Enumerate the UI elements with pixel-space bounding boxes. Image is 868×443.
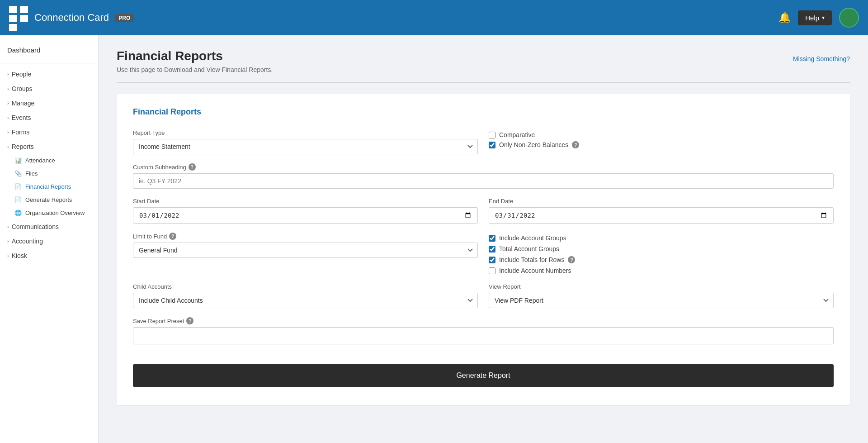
avatar[interactable]: [839, 8, 859, 28]
form-row-3: Start Date End Date: [133, 198, 834, 224]
sidebar: Dashboard › People › Groups › Manage › E…: [0, 35, 99, 443]
child-accounts-select[interactable]: Include Child Accounts Exclude Child Acc…: [133, 293, 478, 308]
include-account-groups-checkbox[interactable]: [489, 235, 495, 242]
custom-subheading-help-icon[interactable]: ?: [189, 163, 196, 171]
sidebar-kiosk-label: Kiosk: [12, 252, 27, 259]
attendance-icon: 📊: [14, 157, 22, 164]
include-totals-help-icon[interactable]: ?: [568, 256, 575, 263]
sidebar-manage-label: Manage: [12, 100, 35, 107]
include-account-groups-text: Include Account Groups: [499, 234, 566, 242]
help-button[interactable]: Help: [798, 10, 832, 25]
generate-report-button[interactable]: Generate Report: [133, 364, 834, 387]
start-date-input[interactable]: [133, 207, 478, 224]
total-account-groups-checkbox[interactable]: [489, 246, 495, 252]
sidebar-item-forms[interactable]: › Forms: [0, 125, 98, 139]
view-report-select[interactable]: View PDF Report View Excel Report Downlo…: [489, 293, 834, 308]
chevron-right-icon: ›: [7, 71, 9, 77]
sidebar-subitem-financial-reports[interactable]: 📄 Financial Reports: [0, 180, 98, 193]
bell-icon[interactable]: 🔔: [778, 12, 791, 24]
comparative-checkbox-label[interactable]: Comparative: [489, 131, 834, 138]
include-account-numbers-text: Include Account Numbers: [499, 267, 571, 274]
chevron-right-icon: ›: [7, 129, 9, 135]
form-row-5: Child Accounts Include Child Accounts Ex…: [133, 283, 834, 308]
sidebar-subitem-generate-reports[interactable]: 📄 Generate Reports: [0, 193, 98, 206]
include-account-numbers-checkbox[interactable]: [489, 267, 495, 274]
include-account-groups-label[interactable]: Include Account Groups: [489, 234, 834, 242]
top-checkboxes: Comparative Only Non-Zero Balances ?: [489, 129, 834, 154]
app-title: Connection Card PRO: [34, 12, 133, 24]
include-account-numbers-label[interactable]: Include Account Numbers: [489, 267, 834, 274]
sidebar-item-communications[interactable]: › Communications: [0, 219, 98, 234]
sidebar-item-manage[interactable]: › Manage: [0, 96, 98, 110]
missing-something-link[interactable]: Missing Something?: [793, 55, 850, 62]
total-account-groups-label[interactable]: Total Account Groups: [489, 245, 834, 252]
child-accounts-label: Child Accounts: [133, 283, 478, 290]
end-date-group: End Date: [489, 198, 834, 224]
chevron-right-icon: ›: [7, 253, 9, 258]
page-title: Financial Reports: [117, 49, 850, 63]
only-non-zero-checkbox-label[interactable]: Only Non-Zero Balances ?: [489, 141, 834, 148]
chevron-right-icon: ›: [7, 100, 9, 106]
limit-to-fund-help-icon[interactable]: ?: [169, 233, 176, 240]
chevron-right-icon: ›: [7, 115, 9, 120]
sidebar-item-events[interactable]: › Events: [0, 110, 98, 125]
form-row-2: Custom Subheading ?: [133, 163, 834, 189]
sidebar-dashboard-label[interactable]: Dashboard: [0, 43, 98, 61]
app-name-text: Connection Card: [34, 12, 109, 23]
sidebar-item-kiosk[interactable]: › Kiosk: [0, 248, 98, 263]
sidebar-events-label: Events: [12, 114, 31, 121]
only-non-zero-help-icon[interactable]: ?: [572, 141, 579, 148]
view-report-label: View Report: [489, 283, 834, 290]
start-date-label: Start Date: [133, 198, 478, 205]
sidebar-files-label: Files: [25, 170, 38, 177]
comparative-checkbox[interactable]: [489, 132, 495, 138]
logo-grid-icon: [9, 6, 29, 29]
org-overview-icon: 🌐: [14, 210, 22, 216]
chevron-right-icon: ›: [7, 224, 9, 229]
files-icon: 📎: [14, 170, 22, 177]
sidebar-item-accounting[interactable]: › Accounting: [0, 234, 98, 248]
form-row-4: Limit to Fund ? General Fund Building Fu…: [133, 233, 834, 274]
sidebar-generate-label: Generate Reports: [25, 196, 72, 203]
limit-to-fund-select[interactable]: General Fund Building Fund Missions Fund: [133, 243, 478, 258]
form-row-1: Report Type Income Statement Balance She…: [133, 129, 834, 154]
sidebar-subitem-files[interactable]: 📎 Files: [0, 167, 98, 180]
limit-to-fund-group: Limit to Fund ? General Fund Building Fu…: [133, 233, 478, 274]
sidebar-item-reports[interactable]: › Reports: [0, 139, 98, 154]
header-divider: [117, 82, 850, 83]
include-totals-for-rows-checkbox[interactable]: [489, 257, 495, 263]
only-non-zero-label-text: Only Non-Zero Balances: [499, 141, 568, 148]
end-date-label: End Date: [489, 198, 834, 205]
sidebar-attendance-label: Attendance: [25, 157, 55, 164]
sidebar-item-people[interactable]: › People: [0, 67, 98, 81]
comparative-label-text: Comparative: [499, 131, 535, 138]
custom-subheading-group: Custom Subheading ?: [133, 163, 834, 189]
save-preset-help-icon[interactable]: ?: [186, 317, 193, 324]
app-header: Connection Card PRO 🔔 Help: [0, 0, 868, 35]
report-type-label: Report Type: [133, 129, 478, 136]
custom-subheading-input[interactable]: [133, 173, 834, 189]
child-accounts-group: Child Accounts Include Child Accounts Ex…: [133, 283, 478, 308]
sidebar-item-groups[interactable]: › Groups: [0, 81, 98, 96]
save-report-preset-input[interactable]: [133, 327, 834, 344]
sidebar-groups-label: Groups: [12, 85, 33, 92]
save-report-preset-group: Save Report Preset ?: [133, 317, 834, 344]
view-report-group: View Report View PDF Report View Excel R…: [489, 283, 834, 308]
sidebar-subitem-org-overview[interactable]: 🌐 Organization Overview: [0, 206, 98, 219]
account-checkboxes: Include Account Groups Total Account Gro…: [489, 233, 834, 274]
custom-subheading-label: Custom Subheading ?: [133, 163, 834, 171]
sidebar-accounting-label: Accounting: [12, 238, 43, 245]
generate-reports-icon: 📄: [14, 196, 22, 203]
sidebar-subitem-attendance[interactable]: 📊 Attendance: [0, 154, 98, 167]
limit-to-fund-label: Limit to Fund ?: [133, 233, 478, 240]
end-date-input[interactable]: [489, 207, 834, 224]
report-type-select[interactable]: Income Statement Balance Sheet Budget vs…: [133, 139, 478, 154]
pro-badge: PRO: [115, 14, 133, 22]
card-title: Financial Reports: [133, 107, 834, 117]
include-totals-for-rows-label[interactable]: Include Totals for Rows ?: [489, 256, 834, 263]
logo-area: Connection Card PRO: [9, 6, 133, 29]
include-totals-for-rows-text: Include Totals for Rows: [499, 256, 564, 263]
only-non-zero-checkbox[interactable]: [489, 142, 495, 148]
save-report-preset-label: Save Report Preset ?: [133, 317, 834, 324]
report-type-group: Report Type Income Statement Balance She…: [133, 129, 478, 154]
